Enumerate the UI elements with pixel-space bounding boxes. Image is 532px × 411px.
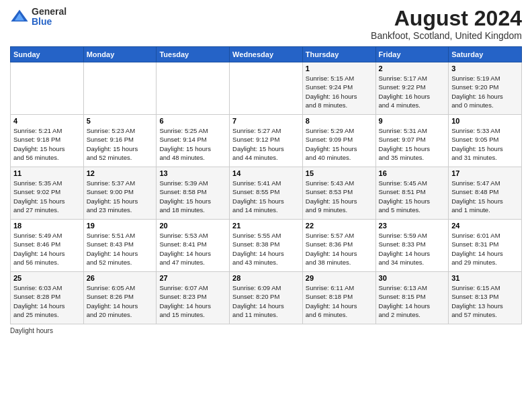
page: General Blue August 2024 Bankfoot, Scotl… [0, 0, 532, 411]
calendar-cell: 17Sunrise: 5:47 AM Sunset: 8:48 PM Dayli… [449, 167, 522, 220]
calendar-cell: 23Sunrise: 5:59 AM Sunset: 8:33 PM Dayli… [375, 220, 449, 272]
calendar-cell: 10Sunrise: 5:33 AM Sunset: 9:05 PM Dayli… [449, 115, 522, 167]
weekday-header: Saturday [449, 47, 522, 62]
day-number: 27 [159, 274, 226, 282]
calendar-cell: 26Sunrise: 6:05 AM Sunset: 8:26 PM Dayli… [83, 272, 157, 324]
calendar-cell: 27Sunrise: 6:07 AM Sunset: 8:23 PM Dayli… [157, 272, 230, 324]
day-number: 31 [451, 274, 519, 282]
calendar-week-row: 11Sunrise: 5:35 AM Sunset: 9:02 PM Dayli… [11, 167, 522, 220]
day-detail: Sunrise: 5:49 AM Sunset: 8:46 PM Dayligh… [13, 231, 81, 267]
day-number: 17 [451, 169, 519, 177]
day-number: 14 [232, 169, 300, 177]
day-detail: Sunrise: 5:33 AM Sunset: 9:05 PM Dayligh… [451, 126, 519, 162]
day-detail: Sunrise: 5:39 AM Sunset: 8:58 PM Dayligh… [159, 179, 226, 214]
day-number: 23 [379, 222, 446, 230]
day-detail: Sunrise: 5:55 AM Sunset: 8:38 PM Dayligh… [232, 231, 300, 267]
calendar-table: SundayMondayTuesdayWednesdayThursdayFrid… [10, 46, 522, 324]
day-detail: Sunrise: 5:57 AM Sunset: 8:36 PM Dayligh… [306, 231, 373, 267]
day-number: 15 [306, 169, 373, 177]
day-number: 29 [306, 274, 373, 282]
day-detail: Sunrise: 5:15 AM Sunset: 9:24 PM Dayligh… [306, 74, 373, 109]
day-detail: Sunrise: 5:37 AM Sunset: 9:00 PM Dayligh… [87, 179, 154, 214]
day-number: 19 [87, 222, 154, 230]
day-detail: Sunrise: 5:31 AM Sunset: 9:07 PM Dayligh… [379, 126, 446, 162]
calendar-cell: 13Sunrise: 5:39 AM Sunset: 8:58 PM Dayli… [157, 167, 230, 220]
calendar-week-row: 4Sunrise: 5:21 AM Sunset: 9:18 PM Daylig… [11, 115, 522, 167]
day-detail: Sunrise: 5:59 AM Sunset: 8:33 PM Dayligh… [379, 231, 446, 267]
day-detail: Sunrise: 6:07 AM Sunset: 8:23 PM Dayligh… [159, 283, 226, 319]
weekday-header: Friday [375, 47, 449, 62]
calendar-cell: 19Sunrise: 5:51 AM Sunset: 8:43 PM Dayli… [83, 220, 157, 272]
day-detail: Sunrise: 5:53 AM Sunset: 8:41 PM Dayligh… [159, 231, 226, 267]
calendar-cell: 11Sunrise: 5:35 AM Sunset: 9:02 PM Dayli… [11, 167, 84, 220]
calendar-cell [83, 62, 157, 115]
day-detail: Sunrise: 5:35 AM Sunset: 9:02 PM Dayligh… [13, 179, 81, 214]
calendar-cell: 16Sunrise: 5:45 AM Sunset: 8:51 PM Dayli… [375, 167, 449, 220]
day-detail: Sunrise: 6:13 AM Sunset: 8:15 PM Dayligh… [379, 283, 446, 319]
calendar-cell: 24Sunrise: 6:01 AM Sunset: 8:31 PM Dayli… [449, 220, 522, 272]
calendar-cell: 28Sunrise: 6:09 AM Sunset: 8:20 PM Dayli… [230, 272, 303, 324]
day-number: 26 [87, 274, 154, 282]
day-number: 22 [306, 222, 373, 230]
calendar-cell: 31Sunrise: 6:15 AM Sunset: 8:13 PM Dayli… [449, 272, 522, 324]
header: General Blue August 2024 Bankfoot, Scotl… [10, 7, 522, 41]
day-number: 16 [379, 169, 446, 177]
weekday-header: Sunday [11, 47, 84, 62]
day-detail: Sunrise: 6:09 AM Sunset: 8:20 PM Dayligh… [232, 283, 300, 319]
calendar-week-row: 1Sunrise: 5:15 AM Sunset: 9:24 PM Daylig… [11, 62, 522, 115]
day-number: 4 [13, 117, 81, 125]
calendar-cell: 2Sunrise: 5:17 AM Sunset: 9:22 PM Daylig… [375, 62, 449, 115]
day-detail: Sunrise: 6:03 AM Sunset: 8:28 PM Dayligh… [13, 283, 81, 319]
day-number: 8 [306, 117, 373, 125]
day-number: 25 [13, 274, 81, 282]
weekday-header: Wednesday [230, 47, 303, 62]
day-detail: Sunrise: 5:51 AM Sunset: 8:43 PM Dayligh… [87, 231, 154, 267]
day-detail: Sunrise: 5:27 AM Sunset: 9:12 PM Dayligh… [232, 126, 300, 162]
day-number: 12 [87, 169, 154, 177]
calendar-cell: 20Sunrise: 5:53 AM Sunset: 8:41 PM Dayli… [157, 220, 230, 272]
calendar-cell: 30Sunrise: 6:13 AM Sunset: 8:15 PM Dayli… [375, 272, 449, 324]
day-number: 3 [451, 64, 519, 73]
calendar-body: 1Sunrise: 5:15 AM Sunset: 9:24 PM Daylig… [11, 62, 522, 324]
day-number: 18 [13, 222, 81, 230]
calendar-cell [157, 62, 230, 115]
weekday-header: Tuesday [157, 47, 230, 62]
logo-blue: Blue [32, 17, 66, 27]
day-detail: Sunrise: 5:19 AM Sunset: 9:20 PM Dayligh… [451, 74, 519, 109]
day-detail: Sunrise: 5:45 AM Sunset: 8:51 PM Dayligh… [379, 179, 446, 214]
calendar-cell: 7Sunrise: 5:27 AM Sunset: 9:12 PM Daylig… [230, 115, 303, 167]
day-number: 9 [379, 117, 446, 125]
calendar-cell: 15Sunrise: 5:43 AM Sunset: 8:53 PM Dayli… [302, 167, 375, 220]
day-number: 5 [87, 117, 154, 125]
calendar-cell: 3Sunrise: 5:19 AM Sunset: 9:20 PM Daylig… [449, 62, 522, 115]
day-detail: Sunrise: 6:11 AM Sunset: 8:18 PM Dayligh… [306, 283, 373, 319]
day-number: 11 [13, 169, 81, 177]
day-number: 13 [159, 169, 226, 177]
day-detail: Sunrise: 5:43 AM Sunset: 8:53 PM Dayligh… [306, 179, 373, 214]
day-detail: Sunrise: 5:23 AM Sunset: 9:16 PM Dayligh… [87, 126, 154, 162]
calendar-subtitle: Bankfoot, Scotland, United Kingdom [371, 30, 522, 41]
logo-icon [10, 7, 29, 26]
day-detail: Sunrise: 5:25 AM Sunset: 9:14 PM Dayligh… [159, 126, 226, 162]
day-number: 20 [159, 222, 226, 230]
day-number: 28 [232, 274, 300, 282]
calendar-cell [230, 62, 303, 115]
day-number: 2 [379, 64, 446, 73]
logo: General Blue [10, 7, 66, 28]
day-number: 1 [306, 64, 373, 73]
day-number: 24 [451, 222, 519, 230]
weekday-header: Thursday [302, 47, 375, 62]
footer: Daylight hours [10, 327, 522, 334]
calendar-cell: 18Sunrise: 5:49 AM Sunset: 8:46 PM Dayli… [11, 220, 84, 272]
day-number: 30 [379, 274, 446, 282]
day-detail: Sunrise: 6:01 AM Sunset: 8:31 PM Dayligh… [451, 231, 519, 267]
logo-text: General Blue [32, 7, 66, 28]
day-detail: Sunrise: 5:21 AM Sunset: 9:18 PM Dayligh… [13, 126, 81, 162]
day-detail: Sunrise: 6:05 AM Sunset: 8:26 PM Dayligh… [87, 283, 154, 319]
daylight-label: Daylight hours [10, 327, 53, 334]
calendar-cell [11, 62, 84, 115]
day-detail: Sunrise: 5:47 AM Sunset: 8:48 PM Dayligh… [451, 179, 519, 214]
weekday-header: Monday [83, 47, 157, 62]
calendar-header: SundayMondayTuesdayWednesdayThursdayFrid… [11, 47, 522, 62]
calendar-cell: 22Sunrise: 5:57 AM Sunset: 8:36 PM Dayli… [302, 220, 375, 272]
